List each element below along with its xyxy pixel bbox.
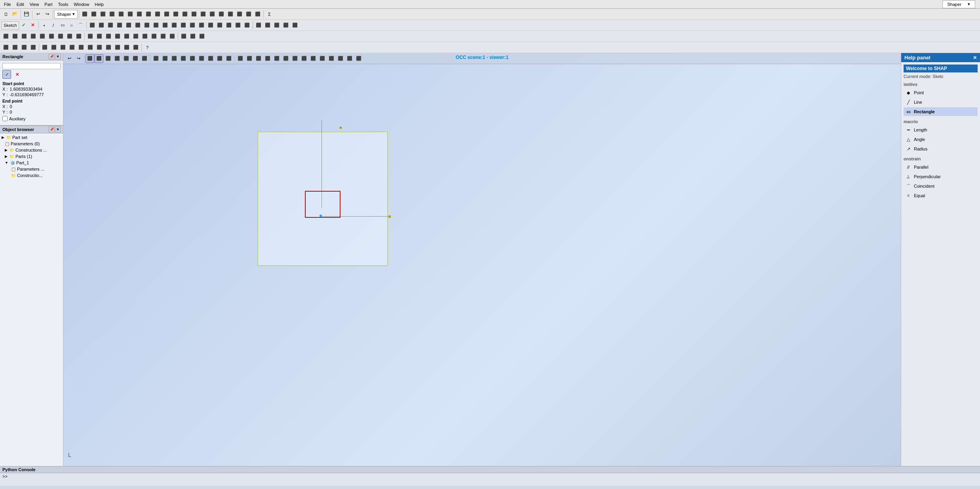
sketch-tb-21[interactable]: ⬛ bbox=[225, 21, 233, 30]
sketch-tb-12[interactable]: ⬛ bbox=[143, 21, 151, 30]
r3-12[interactable]: ⬛ bbox=[104, 32, 113, 41]
r3-22[interactable]: ⬛ bbox=[198, 32, 206, 41]
r3-13[interactable]: ⬛ bbox=[113, 32, 122, 41]
r4-2[interactable]: ⬛ bbox=[11, 43, 19, 52]
sketch-tb-7[interactable]: ⬛ bbox=[97, 21, 106, 30]
sketch-tb-8[interactable]: ⬛ bbox=[106, 21, 115, 30]
vt-wire[interactable]: ⬛ bbox=[95, 54, 103, 63]
menu-view[interactable]: View bbox=[27, 1, 42, 8]
help-item-point[interactable]: ◆ Point bbox=[904, 88, 978, 97]
sketch-tb-15[interactable]: ⬛ bbox=[170, 21, 179, 30]
tree-part1[interactable]: ▼ ⚙️ Part_1 bbox=[0, 160, 63, 166]
r3-8[interactable]: ⬛ bbox=[65, 32, 74, 41]
vt-25[interactable]: ⬛ bbox=[309, 54, 318, 63]
help-item-parallel[interactable]: // Parallel bbox=[904, 163, 978, 171]
vt-7[interactable]: ⬛ bbox=[140, 54, 149, 63]
tb-icon-8[interactable]: ⬛ bbox=[144, 10, 153, 19]
sketch-tb-28[interactable]: ⬛ bbox=[291, 21, 299, 30]
tb-icon-11[interactable]: ⬛ bbox=[171, 10, 180, 19]
help-item-radius[interactable]: ↗ Radius bbox=[904, 145, 978, 153]
sketch-tb-26[interactable]: ⬛ bbox=[272, 21, 281, 30]
tree-part1-params[interactable]: 📋 Parameters ... bbox=[0, 166, 63, 172]
tree-constructions[interactable]: ▶ 📁 Constructions ... bbox=[0, 147, 63, 153]
tb-icon-19[interactable]: ⬛ bbox=[244, 10, 253, 19]
help-item-equal[interactable]: = Equal bbox=[904, 191, 978, 200]
sketch-tb-14[interactable]: ⬛ bbox=[161, 21, 169, 30]
r4-12[interactable]: ⬛ bbox=[104, 43, 113, 52]
sketch-tb-18[interactable]: ⬛ bbox=[197, 21, 206, 30]
vt-14[interactable]: ⬛ bbox=[206, 54, 215, 63]
vt-18[interactable]: ⬛ bbox=[245, 54, 254, 63]
sketch-tb-27[interactable]: ⬛ bbox=[282, 21, 290, 30]
ob-pin-btn[interactable]: 📌 bbox=[49, 127, 54, 132]
r3-19[interactable]: ⬛ bbox=[168, 32, 177, 41]
sketch-tb-20[interactable]: ⬛ bbox=[215, 21, 224, 30]
vt-30[interactable]: ⬛ bbox=[354, 54, 363, 63]
tb-icon-10[interactable]: ⬛ bbox=[162, 10, 171, 19]
r3-9[interactable]: ⬛ bbox=[74, 32, 83, 41]
vt-26[interactable]: ⬛ bbox=[318, 54, 327, 63]
help-item-line[interactable]: ╱ Line bbox=[904, 98, 978, 107]
vt-2[interactable]: ↪ bbox=[74, 54, 83, 63]
r4-3[interactable]: ⬛ bbox=[20, 43, 29, 52]
vt-20[interactable]: ⬛ bbox=[263, 54, 272, 63]
vt-27[interactable]: ⬛ bbox=[327, 54, 336, 63]
vt-13[interactable]: ⬛ bbox=[197, 54, 206, 63]
menu-part[interactable]: Part bbox=[42, 1, 55, 8]
property-accept-btn[interactable]: ✓ bbox=[2, 70, 11, 79]
r3-2[interactable]: ⬛ bbox=[11, 32, 19, 41]
property-cancel-btn[interactable]: ✕ bbox=[13, 70, 21, 79]
tb-icon-9[interactable]: ⬛ bbox=[153, 10, 162, 19]
r4-11[interactable]: ⬛ bbox=[95, 43, 104, 52]
r4-1[interactable]: ⬛ bbox=[2, 43, 10, 52]
vt-fit[interactable]: ⬛ bbox=[86, 54, 94, 63]
tb-icon-2[interactable]: ⬛ bbox=[89, 10, 98, 19]
sketch-tb-25[interactable]: ⬛ bbox=[263, 21, 272, 30]
sketch-tb-13[interactable]: ⬛ bbox=[152, 21, 160, 30]
vt-12[interactable]: ⬛ bbox=[188, 54, 197, 63]
sketch-tb-5[interactable]: ⌒ bbox=[76, 21, 85, 30]
vt-17[interactable]: ⬛ bbox=[236, 54, 245, 63]
vt-24[interactable]: ⬛ bbox=[300, 54, 308, 63]
tb-icon-1[interactable]: ⬛ bbox=[80, 10, 89, 19]
r4-8[interactable]: ⬛ bbox=[68, 43, 76, 52]
vt-21[interactable]: ⬛ bbox=[272, 54, 281, 63]
r4-4[interactable]: ⬛ bbox=[29, 43, 38, 52]
sketch-tb-16[interactable]: ⬛ bbox=[179, 21, 188, 30]
sketch-tb-3[interactable]: ▭ bbox=[58, 21, 67, 30]
sketch-tb-11[interactable]: ⬛ bbox=[133, 21, 142, 30]
sketch-tb-17[interactable]: ⬛ bbox=[188, 21, 197, 30]
tree-parts[interactable]: ▶ 📁 Parts (1) bbox=[0, 153, 63, 160]
tree-part-set[interactable]: ▶ 📁 Part set bbox=[0, 134, 63, 141]
r3-14[interactable]: ⬛ bbox=[122, 32, 131, 41]
sketch-tb-10[interactable]: ⬛ bbox=[124, 21, 133, 30]
vt-6[interactable]: ⬛ bbox=[131, 54, 140, 63]
r4-9[interactable]: ⬛ bbox=[77, 43, 86, 52]
r3-4[interactable]: ⬛ bbox=[29, 32, 38, 41]
sketch-tb-4[interactable]: ○ bbox=[67, 21, 76, 30]
sketch-tb-6[interactable]: ⬛ bbox=[88, 21, 97, 30]
vt-23[interactable]: ⬛ bbox=[291, 54, 299, 63]
r4-16[interactable]: ? bbox=[143, 43, 152, 52]
tb-icon-5[interactable]: ⬛ bbox=[117, 10, 126, 19]
tree-parameters[interactable]: 📋 Parameters (0) bbox=[0, 141, 63, 147]
vt-29[interactable]: ⬛ bbox=[345, 54, 354, 63]
r3-16[interactable]: ⬛ bbox=[141, 32, 149, 41]
arrow-icon-2[interactable]: ▶ bbox=[5, 148, 8, 152]
r3-10[interactable]: ⬛ bbox=[86, 32, 95, 41]
menu-tools[interactable]: Tools bbox=[56, 1, 71, 8]
viewer-area[interactable]: ↩ ↪ ⬛ ⬛ ⬛ ⬛ ⬛ ⬛ ⬛ ⬛ ⬛ ⬛ ⬛ ⬛ ⬛ ⬛ ⬛ ⬛ ⬛ ⬛ … bbox=[63, 53, 901, 466]
r4-7[interactable]: ⬛ bbox=[59, 43, 67, 52]
tb-icon-7[interactable]: ⬛ bbox=[135, 10, 144, 19]
tb-icon-20[interactable]: ⬛ bbox=[253, 10, 262, 19]
sketch-tb-24[interactable]: ⬛ bbox=[254, 21, 263, 30]
tb-icon-16[interactable]: ⬛ bbox=[217, 10, 226, 19]
help-item-coincident[interactable]: ⌒ Coincident bbox=[904, 182, 978, 190]
r3-20[interactable]: ⬛ bbox=[179, 32, 188, 41]
r4-14[interactable]: ⬛ bbox=[122, 43, 131, 52]
tb-icon-3[interactable]: ⬛ bbox=[99, 10, 107, 19]
r3-1[interactable]: ⬛ bbox=[2, 32, 10, 41]
menu-file[interactable]: File bbox=[2, 1, 13, 8]
tb-icon-4[interactable]: ⬛ bbox=[108, 10, 116, 19]
vt-1[interactable]: ↩ bbox=[65, 54, 74, 63]
